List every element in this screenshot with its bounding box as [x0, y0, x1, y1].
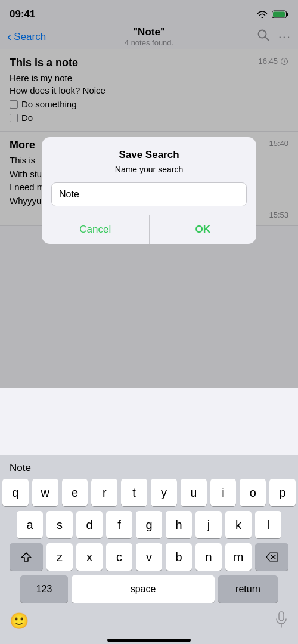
key-t[interactable]: t	[121, 479, 147, 506]
key-h[interactable]: h	[166, 511, 192, 538]
key-n[interactable]: n	[195, 543, 222, 571]
keyboard-search-label: Note	[0, 460, 298, 479]
key-b[interactable]: b	[166, 543, 192, 571]
dialog-content: Save Search Name your search	[42, 137, 256, 215]
key-shift[interactable]	[10, 543, 43, 571]
keyboard-area: Note q w e r t y u i o p a s d f g h j k…	[0, 455, 298, 644]
key-j[interactable]: j	[195, 511, 222, 538]
keyboard-row-3: z x c v b n m	[0, 543, 298, 571]
key-return[interactable]: return	[218, 575, 278, 603]
dialog-buttons: Cancel OK	[42, 215, 256, 244]
key-q[interactable]: q	[2, 479, 29, 506]
key-w[interactable]: w	[32, 479, 58, 506]
key-s[interactable]: s	[46, 511, 73, 538]
keyboard-row-2: a s d f g h j k l	[0, 511, 298, 538]
key-x[interactable]: x	[76, 543, 103, 571]
key-delete[interactable]	[255, 543, 288, 571]
key-v[interactable]: v	[136, 543, 162, 571]
dialog-title: Save Search	[51, 149, 247, 161]
key-p[interactable]: p	[269, 479, 296, 506]
keyboard-row-4: 123 space return	[0, 575, 298, 603]
key-c[interactable]: c	[106, 543, 132, 571]
key-g[interactable]: g	[136, 511, 162, 538]
key-space[interactable]: space	[72, 575, 215, 603]
key-y[interactable]: y	[151, 479, 177, 506]
emoji-icon[interactable]: 🙂	[10, 612, 29, 630]
key-f[interactable]: f	[106, 511, 132, 538]
dialog-ok-button[interactable]: OK	[150, 215, 257, 244]
key-r[interactable]: r	[91, 479, 117, 506]
keyboard-bottom-bar: 🙂	[0, 608, 298, 635]
mic-icon[interactable]	[274, 611, 288, 630]
key-e[interactable]: e	[62, 479, 88, 506]
key-i[interactable]: i	[210, 479, 237, 506]
keyboard-row-1: q w e r t y u i o p	[0, 479, 298, 506]
key-k[interactable]: k	[225, 511, 252, 538]
key-o[interactable]: o	[240, 479, 266, 506]
home-indicator	[107, 639, 191, 642]
svg-rect-11	[279, 612, 284, 621]
key-u[interactable]: u	[181, 479, 207, 506]
key-l[interactable]: l	[255, 511, 281, 538]
key-m[interactable]: m	[225, 543, 252, 571]
key-a[interactable]: a	[17, 511, 43, 538]
key-d[interactable]: d	[76, 511, 103, 538]
key-numbers[interactable]: 123	[20, 575, 68, 603]
save-search-dialog: Save Search Name your search Cancel OK	[42, 137, 256, 244]
key-z[interactable]: z	[46, 543, 73, 571]
dialog-cancel-button[interactable]: Cancel	[42, 215, 150, 244]
dialog-subtitle: Name your search	[51, 165, 247, 174]
search-name-input[interactable]	[51, 182, 247, 206]
